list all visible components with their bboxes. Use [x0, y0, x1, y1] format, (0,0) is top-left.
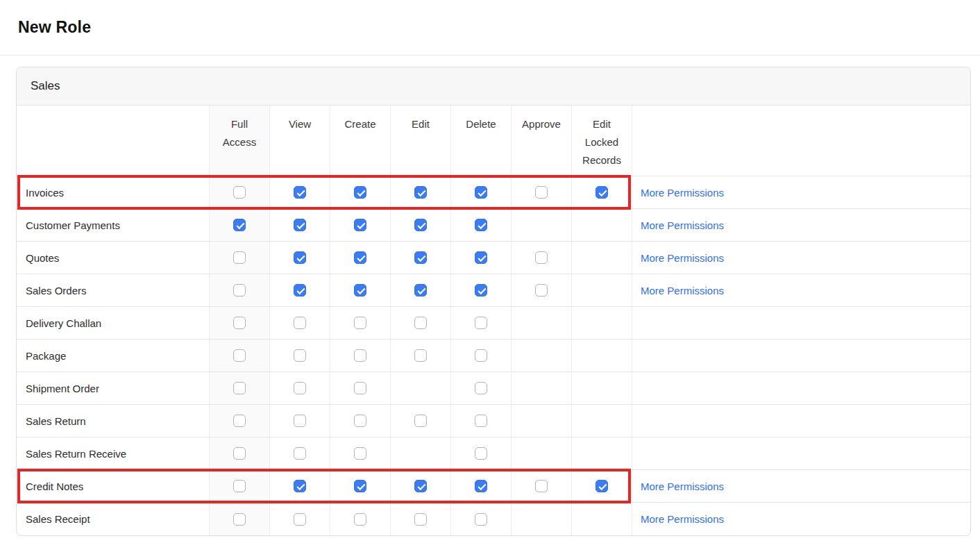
checkbox-unchecked[interactable] — [475, 447, 487, 460]
permission-cell-approve — [512, 437, 572, 469]
checkbox-unchecked[interactable] — [354, 415, 366, 427]
checkbox-unchecked[interactable] — [475, 317, 487, 329]
checkbox-checked[interactable] — [414, 284, 427, 296]
checkbox-unchecked[interactable] — [414, 513, 427, 526]
checkbox-unchecked[interactable] — [354, 513, 366, 526]
checkbox-unchecked[interactable] — [233, 284, 246, 296]
permission-cell-edit-locked-records — [572, 503, 632, 535]
more-permissions-cell — [632, 437, 970, 469]
row-label: Sales Return — [17, 405, 210, 437]
checkbox-checked[interactable] — [294, 186, 306, 199]
checkbox-unchecked[interactable] — [535, 186, 548, 199]
checkbox-checked[interactable] — [354, 480, 366, 492]
more-permissions-link[interactable]: More Permissions — [641, 219, 724, 231]
table-row: Package — [17, 340, 970, 372]
table-row: Sales Receipt More Permissions — [17, 503, 970, 535]
checkbox-checked[interactable] — [354, 219, 366, 231]
checkbox-unchecked[interactable] — [414, 317, 427, 329]
checkbox-unchecked[interactable] — [354, 447, 366, 460]
more-permissions-link[interactable]: More Permissions — [641, 252, 724, 264]
more-permissions-cell — [632, 307, 970, 339]
checkbox-checked[interactable] — [294, 480, 306, 492]
checkbox-unchecked[interactable] — [233, 251, 246, 264]
more-permissions-cell — [632, 405, 970, 437]
checkbox-unchecked[interactable] — [535, 284, 548, 296]
checkbox-unchecked[interactable] — [294, 317, 306, 329]
checkbox-checked[interactable] — [414, 219, 427, 231]
more-permissions-link[interactable]: More Permissions — [641, 481, 724, 492]
checkbox-checked[interactable] — [475, 186, 487, 199]
checkbox-checked[interactable] — [294, 251, 306, 264]
more-permissions-link[interactable]: More Permissions — [641, 187, 724, 199]
column-header-view: View — [270, 106, 330, 176]
checkbox-unchecked[interactable] — [233, 186, 246, 199]
permission-cell-full-access — [210, 340, 270, 371]
checkbox-unchecked[interactable] — [233, 415, 246, 427]
checkbox-checked[interactable] — [475, 480, 487, 492]
permission-cell-view — [270, 274, 330, 306]
permission-cell-delete — [451, 307, 512, 339]
permission-cell-delete — [451, 242, 512, 274]
checkbox-unchecked[interactable] — [294, 415, 306, 427]
checkbox-checked[interactable] — [354, 284, 366, 296]
table-row: Sales Return — [17, 405, 970, 437]
checkbox-unchecked[interactable] — [354, 349, 366, 362]
checkbox-unchecked[interactable] — [535, 480, 548, 492]
checkbox-unchecked[interactable] — [294, 513, 306, 526]
column-header-module — [17, 106, 210, 176]
permission-cell-delete — [451, 470, 512, 502]
permission-cell-full-access — [210, 372, 270, 404]
checkbox-unchecked[interactable] — [414, 415, 427, 427]
checkbox-unchecked[interactable] — [475, 349, 487, 362]
permission-cell-full-access — [210, 274, 270, 306]
permission-cell-create — [330, 340, 391, 371]
checkbox-unchecked[interactable] — [475, 513, 487, 526]
column-header-create: Create — [330, 106, 391, 176]
permission-cell-delete — [451, 437, 512, 469]
checkbox-unchecked[interactable] — [233, 480, 246, 492]
checkbox-unchecked[interactable] — [294, 447, 306, 460]
more-permissions-link[interactable]: More Permissions — [641, 285, 724, 296]
checkbox-unchecked[interactable] — [354, 382, 366, 394]
checkbox-unchecked[interactable] — [414, 349, 427, 362]
page-title: New Role — [18, 18, 91, 37]
permission-cell-edit-locked-records — [572, 274, 632, 306]
checkbox-checked[interactable] — [294, 284, 306, 296]
checkbox-checked[interactable] — [475, 284, 487, 296]
permission-cell-edit — [391, 340, 451, 371]
checkbox-checked[interactable] — [595, 480, 608, 492]
permission-cell-edit-locked-records — [572, 307, 632, 339]
checkbox-checked[interactable] — [475, 251, 487, 264]
checkbox-unchecked[interactable] — [294, 349, 306, 362]
checkbox-unchecked[interactable] — [233, 513, 246, 526]
checkbox-unchecked[interactable] — [354, 317, 366, 329]
permission-cell-create — [330, 307, 391, 339]
checkbox-unchecked[interactable] — [475, 382, 487, 394]
row-label: Sales Orders — [17, 274, 210, 306]
permission-cell-edit — [391, 437, 451, 469]
checkbox-unchecked[interactable] — [475, 415, 487, 427]
more-permissions-cell: More Permissions — [632, 242, 970, 274]
more-permissions-link[interactable]: More Permissions — [641, 513, 724, 525]
permission-cell-approve — [512, 470, 572, 502]
checkbox-checked[interactable] — [294, 219, 306, 231]
checkbox-unchecked[interactable] — [294, 382, 306, 394]
checkbox-unchecked[interactable] — [535, 251, 548, 264]
checkbox-unchecked[interactable] — [233, 317, 246, 329]
panel-title: Sales — [31, 79, 60, 93]
checkbox-checked[interactable] — [414, 186, 427, 199]
checkbox-checked[interactable] — [233, 219, 246, 231]
checkbox-checked[interactable] — [354, 186, 366, 199]
checkbox-unchecked[interactable] — [233, 447, 246, 460]
checkbox-checked[interactable] — [414, 251, 427, 264]
more-permissions-cell — [632, 372, 970, 404]
checkbox-unchecked[interactable] — [233, 382, 246, 394]
more-permissions-cell: More Permissions — [632, 209, 970, 241]
checkbox-checked[interactable] — [595, 186, 608, 199]
checkbox-unchecked[interactable] — [233, 349, 246, 362]
permission-cell-approve — [512, 176, 572, 208]
checkbox-checked[interactable] — [354, 251, 366, 264]
checkbox-checked[interactable] — [414, 480, 427, 492]
checkbox-checked[interactable] — [475, 219, 487, 231]
permission-cell-view — [270, 372, 330, 404]
